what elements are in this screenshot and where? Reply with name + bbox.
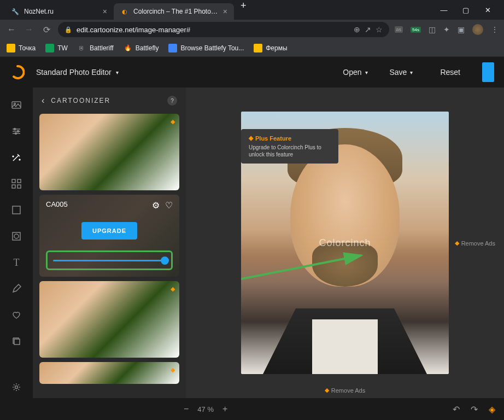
chevron-down-icon: ▾ (116, 69, 119, 75)
tool-layers[interactable] (5, 330, 27, 352)
shield-icon: ⛨ (78, 44, 86, 52)
crop-icon[interactable]: ◫ (429, 25, 436, 34)
url-input[interactable]: 🔒 edit.cartoonize.net/image-manager# ⊕ ↗… (58, 22, 389, 37)
primary-action-button[interactable] (482, 62, 494, 82)
tool-overlays[interactable] (5, 173, 27, 195)
bookmark-fermy[interactable]: Фермы (254, 44, 287, 52)
premium-icon: ◆ (171, 118, 175, 125)
star-icon[interactable]: ☆ (376, 25, 383, 34)
open-button[interactable]: Open ▾ (337, 68, 373, 77)
wrench-icon: 🔧 (11, 7, 20, 16)
game-icon (168, 44, 177, 52)
undo-button[interactable]: ↶ (453, 404, 460, 415)
help-icon[interactable]: ? (167, 96, 177, 106)
minimize-button[interactable]: — (436, 2, 452, 18)
colorcinch-favicon-icon: ◐ (120, 7, 129, 16)
bookmark-tw[interactable]: TW (45, 44, 68, 52)
intensity-slider[interactable] (53, 260, 166, 261)
lock-icon: 🔒 (65, 26, 72, 33)
upgrade-button[interactable]: UPGRADE (81, 222, 137, 240)
reload-button[interactable]: ⟳ (40, 25, 52, 35)
layers-icon[interactable]: ◈ (489, 404, 495, 415)
settings-icon[interactable]: ⚙ (152, 200, 160, 211)
preset-ca007[interactable]: ◆ (39, 362, 179, 384)
zoom-out-button[interactable]: − (184, 404, 189, 414)
share-icon[interactable]: ↗ (365, 25, 371, 34)
status-bar: − 47 % + ↶ ↷ ◈ (0, 398, 504, 420)
panel-title: CARTOONIZER (51, 97, 161, 104)
canvas-image[interactable]: Colorcinch ◆Plus Feature Upgrade to Colo… (241, 112, 449, 374)
intensity-slider-highlight (46, 250, 173, 270)
maximize-button[interactable]: ▢ (458, 2, 473, 18)
svg-rect-12 (14, 339, 20, 345)
zoom-value: 47 % (197, 405, 214, 413)
close-icon[interactable]: × (223, 7, 227, 16)
panel-header: ‹ CARTOONIZER ? (33, 88, 186, 114)
tool-favorites[interactable] (5, 304, 27, 326)
tool-effects[interactable] (5, 147, 27, 168)
preset-ca006[interactable]: ◆ (39, 281, 179, 358)
remove-ads-bottom[interactable]: ◆ Remove Ads (325, 387, 365, 394)
tool-adjust[interactable] (5, 120, 27, 142)
svg-point-4 (15, 133, 17, 135)
watermark-text: Colorcinch (319, 237, 371, 249)
canvas-area: Colorcinch ◆Plus Feature Upgrade to Colo… (186, 88, 504, 398)
diamond-icon: ◆ (325, 387, 329, 394)
bookmark-tochka[interactable]: Точка (7, 44, 36, 52)
tool-rail: T (0, 88, 33, 398)
window-titlebar: 🔧 NozNet.ru × ◐ Colorcinch – The #1 Phot… (0, 0, 504, 20)
diamond-icon: ◆ (249, 135, 253, 142)
tool-settings[interactable] (5, 376, 27, 398)
folder-icon (7, 44, 15, 52)
close-icon[interactable]: × (103, 7, 107, 16)
profile-avatar[interactable] (472, 24, 483, 35)
remove-ads-right[interactable]: ◆ Remove Ads (455, 240, 495, 247)
new-tab-button[interactable]: + (234, 0, 253, 20)
plus-feature-tooltip: ◆Plus Feature Upgrade to Colorcinch Plus… (241, 129, 338, 164)
tool-text[interactable]: T (5, 252, 27, 273)
close-button[interactable]: ✕ (480, 2, 495, 18)
preset-list[interactable]: ◆ CA005 ⚙ ♡ UPGRADE ◆ ◆ (33, 114, 186, 398)
heart-icon[interactable]: ♡ (165, 200, 173, 211)
tool-frame[interactable] (5, 225, 27, 247)
tool-mask[interactable] (5, 199, 27, 221)
lastfm-icon[interactable]: as (395, 26, 403, 33)
forward-button[interactable]: → (23, 25, 35, 34)
premium-icon: ◆ (171, 285, 175, 293)
slider-thumb[interactable] (161, 256, 169, 265)
extension-badge[interactable]: 54s (411, 27, 421, 33)
bookmark-battlefy[interactable]: Browse Battlefy Tou... (168, 44, 244, 52)
preset-ca004[interactable]: ◆ (39, 114, 179, 190)
reset-button[interactable]: Reset (429, 68, 471, 77)
tool-draw[interactable] (5, 278, 27, 300)
tab-title: Colorcinch – The #1 Photo Editor (133, 8, 219, 15)
svg-point-3 (17, 131, 19, 132)
extensions-icon[interactable]: ✦ (443, 25, 450, 34)
sidepanel-icon[interactable]: ▣ (458, 25, 465, 34)
folder-icon (254, 44, 262, 52)
colorcinch-logo-icon[interactable] (10, 65, 25, 80)
menu-icon[interactable]: ⋮ (491, 25, 499, 34)
mode-dropdown[interactable]: Standard Photo Editor ▾ (36, 68, 119, 77)
tool-image[interactable] (5, 94, 27, 116)
svg-rect-9 (13, 206, 20, 214)
install-icon[interactable]: ⊕ (354, 25, 360, 34)
svg-rect-5 (12, 179, 15, 183)
svg-point-13 (15, 386, 18, 389)
preset-label: CA005 (46, 200, 68, 208)
preset-ca005-selected[interactable]: CA005 ⚙ ♡ UPGRADE (39, 195, 179, 277)
chevron-down-icon: ▾ (365, 69, 368, 75)
svg-point-2 (14, 129, 16, 130)
bookmark-battlefly[interactable]: 🔥Battlefly (124, 44, 159, 52)
sheet-icon (45, 44, 54, 52)
redo-button[interactable]: ↷ (471, 404, 478, 415)
svg-rect-10 (13, 232, 20, 240)
back-button[interactable]: ← (5, 25, 17, 34)
bookmark-battleriff[interactable]: ⛨Battleriff (78, 44, 114, 52)
back-icon[interactable]: ‹ (42, 96, 44, 106)
tab-noznet[interactable]: 🔧 NozNet.ru × (4, 3, 114, 20)
zoom-in-button[interactable]: + (222, 404, 227, 414)
save-button[interactable]: Save ▾ (384, 68, 419, 77)
tab-colorcinch[interactable]: ◐ Colorcinch – The #1 Photo Editor × (114, 3, 234, 20)
diamond-icon: ◆ (455, 240, 459, 247)
